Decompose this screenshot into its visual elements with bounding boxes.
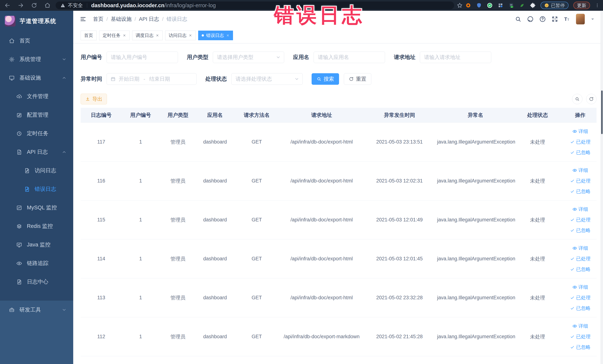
table-cell: /api/infra/db-doc/export-html xyxy=(280,139,363,145)
reset-button[interactable]: 重置 xyxy=(344,73,371,85)
back-icon[interactable] xyxy=(4,2,10,8)
monitor-icon xyxy=(16,242,22,248)
column-header: 异常发生时间 xyxy=(363,112,436,119)
action-详细[interactable]: 详细 xyxy=(572,323,588,329)
breadcrumb-item[interactable]: API 日志 xyxy=(139,16,159,23)
extension-grid-icon[interactable] xyxy=(498,2,503,8)
action-已忽略[interactable]: 已忽略 xyxy=(570,266,591,273)
doc-icon xyxy=(16,149,22,155)
sidebar-item-job[interactable]: 定时任务 xyxy=(0,124,73,143)
close-icon[interactable] xyxy=(123,34,126,37)
update-button[interactable]: 更新 xyxy=(573,2,590,9)
sidebar-item-config[interactable]: 配置管理 xyxy=(0,106,73,124)
action-详细[interactable]: 详细 xyxy=(572,284,588,290)
extension-green-check-icon[interactable] xyxy=(487,2,493,8)
action-label: 已处理 xyxy=(576,294,591,301)
sidebar-item-file[interactable]: 文件管理 xyxy=(0,87,73,106)
tab-调度日志[interactable]: 调度日志 xyxy=(132,31,162,40)
process-status-select[interactable]: 请选择处理状态 xyxy=(231,73,303,85)
action-已处理[interactable]: 已处理 xyxy=(570,217,591,223)
paused-label: 已暂停 xyxy=(551,2,565,9)
app-name-input[interactable] xyxy=(314,52,385,63)
close-icon[interactable] xyxy=(156,34,159,37)
breadcrumb-separator: / xyxy=(162,16,163,22)
collapse-sidebar-icon[interactable] xyxy=(80,16,86,23)
action-已忽略[interactable]: 已忽略 xyxy=(570,188,591,195)
toggle-search-button[interactable] xyxy=(572,94,582,104)
action-详细[interactable]: 详细 xyxy=(572,245,588,251)
column-header: 请求地址 xyxy=(280,112,363,119)
user-menu-caret-icon[interactable] xyxy=(590,17,595,21)
sidebar-item-redis[interactable]: Redis 监控 xyxy=(0,217,73,235)
breadcrumb-item[interactable]: 首页 xyxy=(93,16,104,23)
extension-orange-icon[interactable] xyxy=(465,2,471,8)
action-已忽略[interactable]: 已忽略 xyxy=(570,227,591,234)
app-name-label: 应用名 xyxy=(293,54,309,61)
sidebar-item-dev-tools[interactable]: 研发工具 xyxy=(0,301,73,319)
export-button[interactable]: 导出 xyxy=(81,94,107,104)
sidebar-item-java[interactable]: Java 监控 xyxy=(0,235,73,254)
action-详细[interactable]: 详细 xyxy=(572,206,588,212)
user-id-input[interactable] xyxy=(107,52,178,63)
browser-menu-icon[interactable] xyxy=(595,3,600,8)
table-cell: 管理员 xyxy=(159,139,197,145)
action-已忽略[interactable]: 已忽略 xyxy=(570,149,591,156)
scrollbar-thumb[interactable] xyxy=(601,91,603,134)
action-已处理[interactable]: 已处理 xyxy=(570,333,591,340)
tab-首页[interactable]: 首页 xyxy=(81,31,97,40)
exception-time-range-picker[interactable]: 开始日期 - 结束日期 xyxy=(107,73,197,85)
sidebar-item-log-center[interactable]: 日志中心 xyxy=(0,273,73,291)
sidebar-item-access-log[interactable]: 访问日志 xyxy=(0,161,73,180)
security-warning-icon[interactable] xyxy=(60,3,65,8)
tab-定时任务[interactable]: 定时任务 xyxy=(99,31,129,40)
refresh-table-button[interactable] xyxy=(586,94,596,104)
app-logo[interactable]: 芋道管理系统 xyxy=(0,11,73,32)
request-url-input[interactable] xyxy=(420,52,491,63)
user-avatar[interactable] xyxy=(576,14,585,24)
extension-leaf-icon[interactable] xyxy=(519,2,525,8)
action-详细[interactable]: 详细 xyxy=(572,167,588,174)
sidebar-item-system[interactable]: 系统管理 xyxy=(0,50,73,69)
table-cell: 未处理 xyxy=(515,139,560,145)
address-bar[interactable]: 不安全 dashboard.yudao.iocoder.cn/infra/log… xyxy=(56,1,454,9)
fullscreen-icon[interactable] xyxy=(551,16,558,23)
sidebar-item-label: 研发工具 xyxy=(20,306,57,314)
action-已处理[interactable]: 已处理 xyxy=(570,139,591,145)
close-icon[interactable] xyxy=(189,34,192,37)
sidebar-item-label: 首页 xyxy=(20,37,67,45)
tab-访问日志[interactable]: 访问日志 xyxy=(165,31,196,40)
search-button[interactable]: 搜索 xyxy=(312,73,339,85)
extension-on-badge-icon[interactable]: on xyxy=(508,2,514,8)
action-已忽略[interactable]: 已忽略 xyxy=(570,344,591,351)
sidebar-item-api-log[interactable]: API 日志 xyxy=(0,143,73,161)
font-size-icon[interactable]: TT xyxy=(564,16,570,23)
sidebar-item-error-log[interactable]: 错误日志 xyxy=(0,180,73,199)
sidebar-item-home[interactable]: 首页 xyxy=(0,32,73,50)
close-icon[interactable] xyxy=(226,34,230,37)
action-已处理[interactable]: 已处理 xyxy=(570,178,591,184)
profile-paused-pill[interactable]: 已暂停 xyxy=(541,2,568,9)
action-已处理[interactable]: 已处理 xyxy=(570,294,591,301)
breadcrumb-item[interactable]: 基础设施 xyxy=(111,16,132,23)
browser-scrollbar[interactable] xyxy=(601,11,603,364)
tab-错误日志[interactable]: 错误日志 xyxy=(198,31,233,40)
extension-shield-icon[interactable] xyxy=(476,2,482,8)
extensions-puzzle-icon[interactable] xyxy=(530,2,536,8)
sidebar-item-infra[interactable]: 基础设施 xyxy=(0,69,73,87)
action-已忽略[interactable]: 已忽略 xyxy=(570,305,591,312)
sidebar-item-trace[interactable]: 链路追踪 xyxy=(0,254,73,273)
search-icon[interactable] xyxy=(515,16,522,23)
user-type-select[interactable]: 请选择用户类型 xyxy=(213,52,284,63)
reload-icon[interactable] xyxy=(31,2,37,8)
eye-icon xyxy=(572,324,577,329)
action-详细[interactable]: 详细 xyxy=(572,128,588,135)
browser-home-icon[interactable] xyxy=(45,2,50,8)
help-icon[interactable] xyxy=(539,16,546,23)
sidebar-item-label: 文件管理 xyxy=(27,93,67,100)
github-icon[interactable] xyxy=(527,16,534,23)
action-已处理[interactable]: 已处理 xyxy=(570,256,591,262)
bookmark-star-icon[interactable] xyxy=(457,2,463,8)
sidebar-item-mysql[interactable]: MySQL 监控 xyxy=(0,199,73,217)
forward-icon[interactable] xyxy=(18,2,24,8)
tab-label: 错误日志 xyxy=(206,33,224,38)
